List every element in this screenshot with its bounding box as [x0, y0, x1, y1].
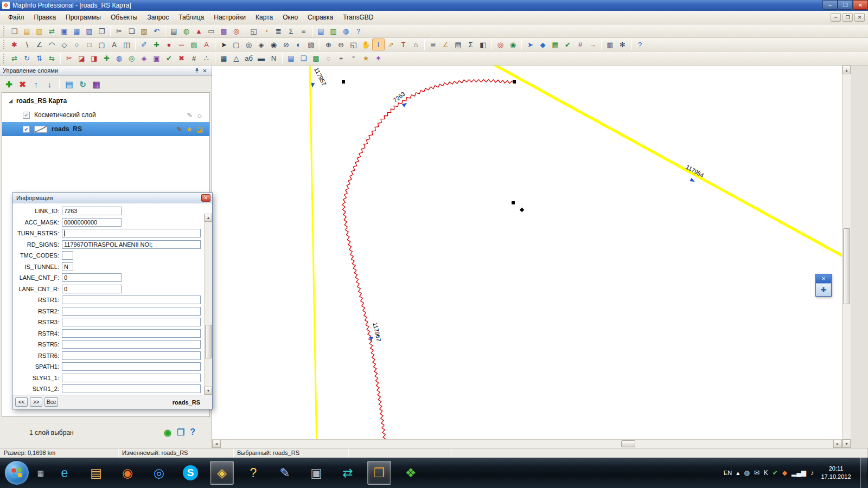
new-redistricter-icon[interactable]: ▩: [218, 25, 230, 37]
vertical-scroll-thumb[interactable]: [843, 228, 850, 304]
rotate-object-icon[interactable]: ↻: [21, 53, 33, 65]
rectangle-tool-icon[interactable]: □: [83, 38, 95, 50]
yellow-road-117954[interactable]: [490, 66, 842, 256]
district-browser-icon[interactable]: ◎: [230, 25, 242, 37]
layer-visibility-checkbox[interactable]: ✔: [23, 126, 30, 133]
layer-control-icon[interactable]: ≣: [427, 38, 439, 50]
undo-icon[interactable]: ↶: [150, 25, 163, 37]
taskbar-transfer-app-icon[interactable]: ⇄: [336, 461, 360, 485]
map-statistics-icon[interactable]: Σ: [464, 38, 477, 50]
arc-tool-icon[interactable]: ◠: [46, 38, 58, 50]
auto-label-icon[interactable]: ★: [186, 125, 193, 133]
taskbar-media-app-icon[interactable]: ❖: [399, 461, 423, 485]
map-legend-icon[interactable]: ▤: [452, 38, 464, 50]
info-dialog-titlebar[interactable]: Информация ✕: [12, 193, 212, 203]
grid-maker-icon[interactable]: ▦: [218, 53, 230, 65]
zoom-out-tool-icon[interactable]: ⊖: [335, 38, 347, 50]
map-horizontal-scrollbar[interactable]: ◂ ▸: [212, 439, 842, 448]
split-object-icon[interactable]: ✂: [63, 53, 75, 65]
clip-region-icon[interactable]: ◧: [477, 38, 489, 50]
node-marker[interactable]: [513, 80, 516, 84]
copy-icon[interactable]: ❏: [125, 25, 138, 37]
offset-object-icon[interactable]: ⇆: [46, 53, 58, 65]
tray-volume-icon[interactable]: ♪: [810, 469, 814, 477]
mini-close-button[interactable]: ✕: [816, 274, 831, 283]
graph-select-tool-icon[interactable]: ▧: [305, 38, 317, 50]
map-vertical-scrollbar[interactable]: ▴ ▾: [842, 66, 851, 448]
ellipse-tool-icon[interactable]: ○: [71, 38, 83, 50]
edit-style-icon[interactable]: ✎: [176, 125, 182, 133]
enclose-objects-icon[interactable]: ▣: [150, 53, 163, 65]
tg-help-icon[interactable]: ?: [634, 38, 646, 50]
menu-карта[interactable]: Карта: [251, 12, 278, 23]
new-layout-icon[interactable]: ▭: [205, 25, 218, 37]
new-grapher-icon[interactable]: ▲: [193, 25, 205, 37]
taskbar-app-blue-ring-icon[interactable]: ◎: [147, 461, 171, 485]
refresh-layers-icon[interactable]: ↻: [76, 78, 89, 91]
overlay-nodes-icon[interactable]: ✚: [100, 53, 113, 65]
menu-правка[interactable]: Правка: [29, 12, 61, 23]
taskbar-windows-explorer-icon[interactable]: ▤: [84, 461, 108, 485]
tg-topology-icon[interactable]: #: [574, 38, 586, 50]
line-style-icon[interactable]: ─: [175, 38, 188, 50]
menu-таблица[interactable]: Таблица: [174, 12, 209, 23]
spider-graph-icon[interactable]: ✶: [372, 53, 385, 65]
cut-icon[interactable]: ✂: [113, 25, 125, 37]
menu-файл[interactable]: Файл: [3, 12, 29, 23]
field-turn_rstrs-input[interactable]: [62, 229, 201, 237]
reshape-tool-icon[interactable]: ✐: [138, 38, 150, 50]
convex-hull-icon[interactable]: ◈: [138, 53, 150, 65]
marquee-select-tool-icon[interactable]: ▢: [230, 38, 242, 50]
new-mapper-icon[interactable]: ◍: [180, 25, 193, 37]
mdi-restore-button[interactable]: ❐: [843, 13, 853, 22]
yellow-road-117957[interactable]: [310, 66, 317, 439]
minimize-button[interactable]: –: [822, 0, 838, 10]
tree-expander-icon[interactable]: ◢: [9, 98, 12, 104]
add-layer-icon[interactable]: ✚: [3, 78, 15, 91]
table-list-icon[interactable]: ▤: [285, 53, 297, 65]
field-rstr3-input[interactable]: [62, 318, 201, 326]
check-regions-icon[interactable]: ✔: [163, 53, 175, 65]
taskbar-mapinfo-icon[interactable]: ◈: [210, 461, 234, 485]
workspace-packager-icon[interactable]: ▩: [310, 53, 322, 65]
field-is_tunnel-input[interactable]: [62, 262, 73, 271]
save-workspace-icon[interactable]: ▦: [71, 25, 83, 37]
tg-tools-icon[interactable]: ✻: [616, 38, 629, 50]
polyline-tool-icon[interactable]: ∠: [33, 38, 46, 50]
legend-window-icon[interactable]: ≣: [272, 25, 285, 37]
tg-validate-icon[interactable]: ✔: [561, 38, 574, 50]
export-map-icon[interactable]: ❐: [177, 427, 184, 438]
remove-layer-icon[interactable]: ✖: [16, 78, 29, 91]
menu-программы[interactable]: Программы: [61, 12, 106, 23]
drag-map-window-tool-icon[interactable]: ⌂: [410, 38, 422, 50]
buffer-object-icon[interactable]: ◎: [125, 53, 138, 65]
layer-tree-root[interactable]: ◢ roads_RS Карта: [2, 93, 209, 108]
add-node-tool-icon[interactable]: ✚: [150, 38, 163, 50]
symbol-tool-icon[interactable]: ✱: [8, 38, 21, 50]
map-viewport[interactable]: 1179577263117954117967 ◂ ▸: [212, 66, 842, 448]
degree-converter-icon[interactable]: °: [347, 53, 360, 65]
label-tag-icon[interactable]: ◪: [196, 125, 203, 133]
mini-pan-button[interactable]: ✚: [816, 283, 831, 296]
new-table-icon[interactable]: ❑: [8, 25, 21, 37]
menu-настройки[interactable]: Настройки: [209, 12, 251, 23]
tab-list-icon[interactable]: ▤: [315, 25, 327, 37]
layer-visibility-checkbox[interactable]: ✔: [23, 112, 30, 119]
line-tool-icon[interactable]: ∖: [21, 38, 33, 50]
new-browser-icon[interactable]: ▤: [168, 25, 180, 37]
reorder-layers-icon[interactable]: ▤: [63, 78, 75, 91]
radius-select-tool-icon[interactable]: ◎: [242, 38, 255, 50]
change-view-icon[interactable]: ◱: [347, 38, 360, 50]
mdi-close-button[interactable]: ✕: [854, 13, 865, 22]
web-services-icon[interactable]: ◍: [340, 25, 352, 37]
taskbar-media-player-icon[interactable]: ◉: [116, 461, 139, 485]
info-tool-icon[interactable]: i: [372, 38, 385, 50]
field-rstr5-input[interactable]: [62, 340, 201, 349]
field-rstr2-input[interactable]: [62, 307, 201, 316]
globe-icon[interactable]: ◉: [164, 427, 171, 438]
move-layer-up-icon[interactable]: ↑: [30, 78, 42, 91]
open-table-icon[interactable]: ▤: [21, 25, 33, 37]
layer-settings-icon[interactable]: ☼: [196, 111, 203, 119]
restore-button[interactable]: ❐: [838, 0, 853, 10]
text-style-icon[interactable]: A: [200, 38, 213, 50]
